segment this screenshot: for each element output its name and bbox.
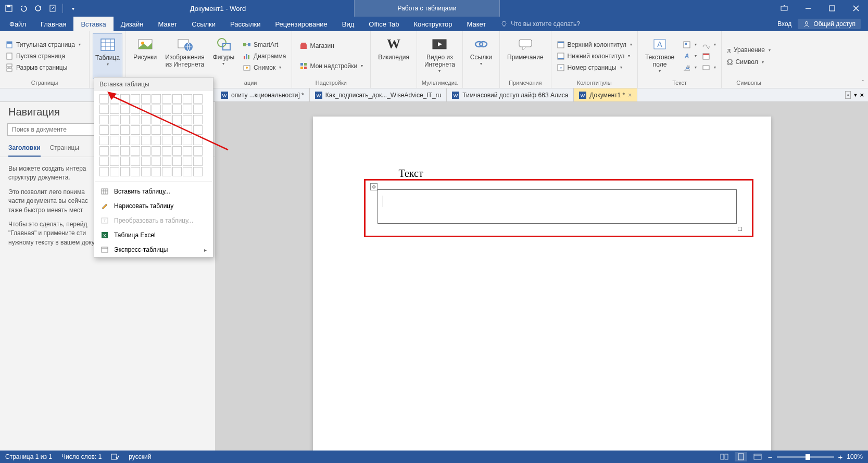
table-grid-cell[interactable]: [141, 115, 150, 124]
table-grid-cell[interactable]: [120, 167, 130, 176]
table-grid-cell[interactable]: [110, 94, 119, 104]
table-grid-cell[interactable]: [183, 146, 192, 156]
links-button[interactable]: Ссылки▾: [466, 33, 496, 79]
table-grid-cell[interactable]: [152, 136, 161, 145]
table-grid-cell[interactable]: [120, 157, 130, 166]
table-grid-cell[interactable]: [120, 146, 130, 156]
table-grid-cell[interactable]: [162, 167, 171, 176]
ribbon-options-icon[interactable]: [772, 0, 796, 17]
tab-design[interactable]: Дизайн: [114, 17, 151, 31]
table-grid-cell[interactable]: [162, 94, 171, 104]
collapse-ribbon-icon[interactable]: ⌃: [861, 79, 865, 85]
smartart-button[interactable]: SmartArt: [241, 40, 288, 50]
table-grid-cell[interactable]: [183, 167, 192, 176]
close-all-icon[interactable]: ×: [860, 91, 864, 99]
header-button[interactable]: Верхний колонтитул▾: [555, 40, 634, 50]
tab-file[interactable]: Файл: [2, 17, 33, 31]
table-grid-cell[interactable]: [172, 105, 182, 114]
equation-button[interactable]: πУравнение▾: [725, 45, 773, 56]
table-grid-cell[interactable]: [172, 115, 182, 124]
page-number-button[interactable]: #Номер страницы▾: [555, 62, 634, 73]
table-grid-cell[interactable]: [110, 167, 119, 176]
table-grid-cell[interactable]: [152, 157, 161, 166]
table-grid-cell[interactable]: [99, 146, 109, 156]
tab-list-icon[interactable]: ▼: [853, 93, 858, 98]
table-grid-cell[interactable]: [152, 167, 161, 176]
table-grid-cell[interactable]: [193, 115, 203, 124]
table-grid-cell[interactable]: [172, 157, 182, 166]
table-grid-cell[interactable]: [183, 105, 192, 114]
table-grid-cell[interactable]: [110, 115, 119, 124]
table-grid-cell[interactable]: [141, 146, 150, 156]
table-button[interactable]: Таблица▾: [93, 33, 122, 79]
tell-me-search[interactable]: Что вы хотите сделать?: [493, 17, 770, 31]
table-grid-cell[interactable]: [193, 157, 203, 166]
table-grid-cell[interactable]: [99, 157, 109, 166]
table-grid-cell[interactable]: [131, 94, 140, 104]
wikipedia-button[interactable]: WВикипедия: [374, 33, 413, 79]
table-grid-cell[interactable]: [183, 115, 192, 124]
table-grid-cell[interactable]: [162, 136, 171, 145]
table-grid-cell[interactable]: [99, 115, 109, 124]
minimize-icon[interactable]: [796, 0, 820, 17]
status-page[interactable]: Страница 1 из 1: [5, 453, 52, 460]
table-grid-cell[interactable]: [141, 125, 150, 135]
table-grid-cell[interactable]: [183, 157, 192, 166]
maximize-icon[interactable]: [820, 0, 844, 17]
table-grid-cell[interactable]: [141, 105, 150, 114]
screenshot-button[interactable]: Снимок▾: [241, 62, 288, 73]
symbol-button[interactable]: ΩСимвол▾: [725, 57, 773, 68]
table-grid-cell[interactable]: [193, 146, 203, 156]
save-icon[interactable]: [4, 4, 14, 13]
table-grid-cell[interactable]: [99, 125, 109, 135]
table-grid-cell[interactable]: [193, 94, 203, 104]
zoom-in-button[interactable]: +: [838, 453, 843, 461]
my-addins-button[interactable]: Мои надстройки▾: [297, 61, 366, 71]
textbox-button[interactable]: AТекстовое поле▾: [641, 33, 678, 79]
doc-tab-2[interactable]: WКак_подписать_док..._WiseAdvice_IT_ru: [310, 88, 447, 101]
table-grid-cell[interactable]: [183, 125, 192, 135]
tab-mailings[interactable]: Рассылки: [223, 17, 268, 31]
table-grid-cell[interactable]: [131, 125, 140, 135]
table-grid-cell[interactable]: [131, 115, 140, 124]
read-mode-icon[interactable]: [718, 452, 731, 461]
redo-icon[interactable]: [33, 4, 43, 13]
table-grid-cell[interactable]: [110, 105, 119, 114]
inserted-table[interactable]: [378, 189, 737, 224]
tab-references[interactable]: Ссылки: [184, 17, 223, 31]
quickparts-button[interactable]: ▾: [681, 40, 699, 50]
table-grid-cell[interactable]: [110, 125, 119, 135]
table-grid-cell[interactable]: [183, 94, 192, 104]
nav-tab-headings[interactable]: Заголовки: [8, 141, 41, 157]
table-grid-cell[interactable]: [152, 94, 161, 104]
dropcap-button[interactable]: A▾: [681, 62, 699, 73]
quick-tables-menuitem[interactable]: Экспресс-таблицы▸: [94, 242, 213, 257]
tab-view[interactable]: Вид: [335, 17, 362, 31]
table-grid-cell[interactable]: [110, 136, 119, 145]
table-grid-cell[interactable]: [172, 136, 182, 145]
table-grid-cell[interactable]: [152, 146, 161, 156]
table-grid-cell[interactable]: [120, 94, 130, 104]
table-grid-cell[interactable]: [141, 136, 150, 145]
share-button[interactable]: Общий доступ: [798, 19, 861, 29]
cover-page-button[interactable]: Титульная страница▾: [3, 40, 83, 50]
tab-constructor[interactable]: Конструктор: [406, 17, 459, 31]
table-grid-cell[interactable]: [152, 125, 161, 135]
table-grid-cell[interactable]: [131, 157, 140, 166]
table-size-grid[interactable]: [94, 91, 213, 179]
online-video-button[interactable]: Видео из Интернета▾: [420, 33, 459, 79]
shapes-button[interactable]: Фигуры▾: [209, 33, 238, 79]
tab-layout[interactable]: Макет: [150, 17, 184, 31]
table-grid-cell[interactable]: [141, 94, 150, 104]
table-grid-cell[interactable]: [193, 105, 203, 114]
print-layout-icon[interactable]: [735, 452, 747, 461]
object-button[interactable]: ▾: [700, 62, 718, 73]
new-tab-icon[interactable]: ▫: [845, 91, 851, 99]
table-grid-cell[interactable]: [162, 105, 171, 114]
status-words[interactable]: Число слов: 1: [61, 453, 102, 460]
table-grid-cell[interactable]: [131, 146, 140, 156]
datetime-button[interactable]: [700, 51, 718, 61]
table-grid-cell[interactable]: [141, 167, 150, 176]
nav-tab-pages[interactable]: Страницы: [50, 141, 79, 157]
table-grid-cell[interactable]: [120, 105, 130, 114]
